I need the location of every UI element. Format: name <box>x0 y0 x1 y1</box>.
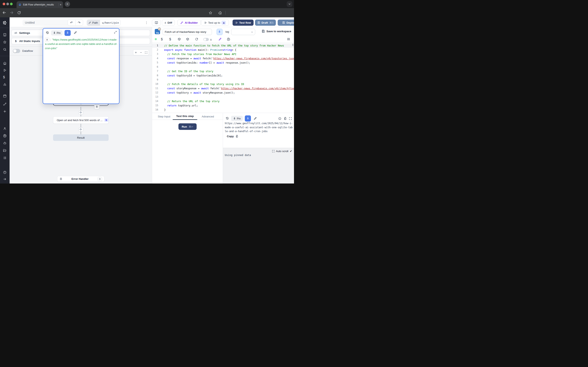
fullscreen-icon[interactable] <box>289 117 292 120</box>
code-line-5[interactable]: 5 const topStoriesIds: number[] = await … <box>152 60 294 65</box>
bookmark-star-icon[interactable] <box>209 11 212 15</box>
package-icon[interactable] <box>186 38 189 41</box>
pin-button[interactable]: Pin <box>231 116 243 121</box>
sidebar-help-icon[interactable] <box>3 171 7 174</box>
sidebar-schedules-icon[interactable] <box>3 94 7 98</box>
flow-node-result[interactable]: Result <box>53 134 109 141</box>
tab-step-input[interactable]: Step Input <box>155 113 173 120</box>
code-line-7[interactable]: 7 // Get the ID of the top story <box>152 69 294 73</box>
editor-toggle[interactable] <box>203 38 209 41</box>
pin-button[interactable]: Pin <box>51 30 62 35</box>
reload-icon[interactable] <box>17 11 21 15</box>
add-step-button[interactable] <box>79 127 83 132</box>
pin-toggle-button[interactable] <box>217 29 223 35</box>
code-line-3[interactable]: 3 // Fetch the top stories from Hacker N… <box>152 52 294 56</box>
sidebar-runs-icon[interactable] <box>3 68 7 72</box>
sidebar-workspace-icon[interactable] <box>3 33 7 36</box>
test-flow-button[interactable]: Test flow <box>233 20 254 26</box>
fit-view-icon[interactable] <box>145 51 147 54</box>
history-icon[interactable] <box>226 117 229 120</box>
forward-icon[interactable] <box>9 10 14 15</box>
back-icon[interactable] <box>2 10 7 15</box>
tab-test-this-step[interactable]: Test this step <box>173 113 197 120</box>
sidebar-folders-icon[interactable] <box>3 149 7 152</box>
zoom-out-icon[interactable] <box>140 51 142 54</box>
package-icon[interactable] <box>178 38 181 41</box>
magic-wand-icon[interactable] <box>218 38 222 41</box>
code-line-1[interactable]: 1// Define the main function to fetch th… <box>152 43 294 48</box>
code-line-16[interactable]: 16} <box>152 108 294 112</box>
redo-icon[interactable]: ↷ <box>75 21 83 25</box>
code-line-13[interactable]: 13 <box>152 95 294 99</box>
gear-icon[interactable] <box>227 38 230 41</box>
undo-icon[interactable]: ↶ <box>68 21 75 25</box>
tab-advanced[interactable]: Advanced <box>199 113 217 120</box>
pencil-icon[interactable] <box>74 31 77 34</box>
pinned-value[interactable]: a:"https://www.geoffreylitt.com/2025/04/… <box>45 38 118 50</box>
run-button[interactable]: Run ⌘↵ <box>178 123 197 130</box>
sidebar-resources-icon[interactable] <box>3 83 7 86</box>
sidebar-favorites-icon[interactable] <box>3 40 7 44</box>
pencil-icon[interactable] <box>254 117 257 120</box>
flow-node-b[interactable]: Open url and fetch first 500 words of ..… <box>53 117 109 124</box>
clipboard-icon[interactable] <box>284 117 287 120</box>
sidebar-workers-icon[interactable] <box>3 142 7 145</box>
code-line-11[interactable]: 11 const storyResponse = await fetch(`ht… <box>152 86 294 91</box>
save-to-workspace-button[interactable]: Save to workspace <box>261 30 291 33</box>
docs-book-button[interactable] <box>152 20 161 26</box>
expand-icon[interactable] <box>114 31 117 34</box>
code-line-14[interactable]: 14 // Return the URL of the top story <box>152 99 294 103</box>
editor-scrollbar[interactable] <box>292 44 293 46</box>
sidebar-users-icon[interactable] <box>3 127 7 130</box>
error-handler-node[interactable]: Error Handler <box>57 176 104 182</box>
code-editor[interactable]: 1// Define the main function to fetch th… <box>152 43 294 113</box>
tag-select[interactable] <box>231 29 255 35</box>
node-a-pin-badge[interactable] <box>94 104 100 109</box>
code-line-8[interactable]: 8 const topStoryId = topStoriesIds[0]; <box>152 73 294 78</box>
info-icon[interactable] <box>278 117 281 120</box>
windmill-logo[interactable] <box>2 20 7 25</box>
sidebar-variables-icon[interactable]: $ <box>3 75 7 79</box>
check-icon[interactable]: ✓ <box>290 150 292 153</box>
code-line-9[interactable]: 9 <box>152 78 294 82</box>
sidebar-logs-icon[interactable] <box>3 156 7 160</box>
reload-icon[interactable] <box>195 38 198 41</box>
sidebar-add-icon[interactable] <box>3 110 7 113</box>
code-line-10[interactable]: 10 // Fetch the details of the top story… <box>152 82 294 86</box>
code-line-6[interactable]: 6 <box>152 65 294 69</box>
sidebar-search-icon[interactable] <box>3 48 7 51</box>
browser-tab[interactable]: Edit Flow u/henri/pin_results × <box>17 1 63 8</box>
minimize-window-button[interactable] <box>6 3 9 5</box>
tab-close-icon[interactable]: × <box>60 3 61 6</box>
add-error-handler-button[interactable] <box>98 177 102 181</box>
code-line-15[interactable]: 15 return topStory.url; <box>152 103 294 108</box>
step-summary-input[interactable] <box>163 29 212 35</box>
sidebar-home-icon[interactable] <box>3 62 7 65</box>
tab-search-button[interactable] <box>287 1 292 7</box>
new-tab-button[interactable]: + <box>65 1 70 7</box>
zoom-in-icon[interactable] <box>135 51 137 54</box>
code-line-4[interactable]: 4 const response = await fetch('https://… <box>152 56 294 60</box>
path-button[interactable]: Path u/henri/pin <box>87 20 121 26</box>
flow-name-input[interactable] <box>22 20 74 26</box>
pin-active-button[interactable] <box>65 30 71 36</box>
sidebar-settings-icon[interactable] <box>3 134 7 137</box>
code-line-2[interactable]: 2export async function main(): Promise<s… <box>152 48 294 52</box>
add-step-button[interactable] <box>79 110 83 115</box>
ai-builder-button[interactable]: AI Builder <box>177 20 201 26</box>
close-window-button[interactable] <box>3 3 5 5</box>
library-panel-icon[interactable] <box>287 38 290 41</box>
draft-button[interactable]: Draft ⌘S <box>255 20 276 26</box>
auto-scroll-control[interactable]: Auto scroll ✓ <box>272 150 292 153</box>
sidebar-expand-icon[interactable] <box>3 177 7 181</box>
pin-active-button[interactable] <box>245 115 251 122</box>
plus-minus-icon[interactable]: ± <box>210 38 212 41</box>
diff-button[interactable]: ± Diff <box>162 20 175 26</box>
code-line-12[interactable]: 12 const topStory = await storyResponse.… <box>152 91 294 95</box>
test-up-to-button[interactable]: Test up to a <box>201 20 229 26</box>
copy-button[interactable]: Copy <box>227 135 238 138</box>
extensions-puzzle-icon[interactable] <box>218 11 222 15</box>
history-icon[interactable] <box>46 31 49 34</box>
variables-dollar-icon[interactable]: $ <box>161 38 164 41</box>
dataflow-toggle[interactable] <box>13 49 20 53</box>
